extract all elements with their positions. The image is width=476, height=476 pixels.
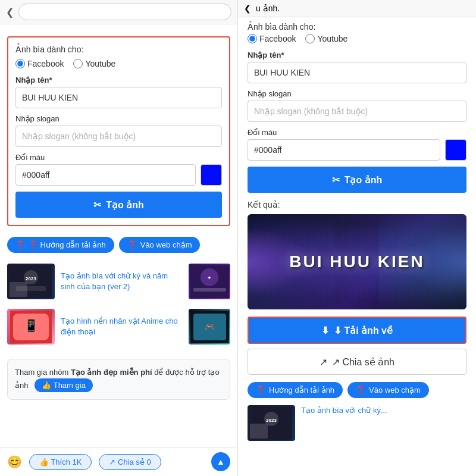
name-label-right: Nhập tên* — [248, 51, 466, 60]
radio-group-left: Facebook Youtube — [15, 59, 222, 68]
radio-facebook-label-right: Facebook — [259, 34, 296, 43]
color-swatch-left[interactable] — [201, 164, 222, 186]
bottom-bar-left: 😊 👍 Thích 1K ↗ Chia sẻ 0 ▲ — [0, 447, 237, 476]
create-button-left[interactable]: ✂ Tạo ảnh — [15, 192, 222, 218]
radio-facebook-left[interactable]: Facebook — [15, 59, 64, 68]
guide-label-right: Hướng dẫn tải ảnh — [269, 386, 334, 394]
create-label-left: Tạo ảnh — [106, 199, 144, 211]
slogan-input-left[interactable] — [15, 126, 222, 147]
create-label-right: Tạo ảnh — [345, 174, 383, 186]
download-label: ⬇ Tải ảnh về — [334, 325, 393, 336]
slow-web-label-left: Vào web chậm — [140, 240, 192, 249]
name-input-right[interactable] — [248, 62, 466, 83]
slow-web-button-right[interactable]: ❓ Vào web chậm — [347, 382, 429, 398]
article-thumb-1: 2023 — [7, 264, 55, 299]
left-topbar: ❮ — [0, 0, 237, 24]
guide-button-left[interactable]: ❓ ❓ Hướng dẫn tải ảnh — [7, 237, 114, 253]
guide-label-left: ❓ Hướng dẫn tải ảnh — [29, 240, 106, 249]
right-panel: ❮ u ảnh. Ảnh bìa dành cho: Facebook Yout… — [238, 0, 476, 476]
svg-text:🎮: 🎮 — [204, 322, 215, 332]
radio-youtube-left[interactable]: Youtube — [73, 59, 115, 68]
article-list-left: 2023 Tạo ảnh bìa với chữ ký và năm sinh … — [0, 259, 237, 359]
svg-rect-2 — [16, 286, 46, 291]
scroll-up-button[interactable]: ▲ — [211, 452, 230, 471]
back-chevron-right[interactable]: ❮ — [244, 4, 251, 13]
right-topbar: ❮ u ảnh. — [238, 0, 476, 17]
scissors-icon-left: ✂ — [93, 199, 101, 211]
join-button[interactable]: 👍 Tham gia — [35, 378, 93, 392]
back-chevron-left[interactable]: ❮ — [6, 7, 14, 18]
download-icon: ⬇ — [321, 325, 329, 336]
slogan-label-right: Nhập slogan — [248, 89, 466, 98]
form-container-left: Ảnh bìa dành cho: Facebook Youtube Nhập … — [7, 36, 230, 226]
slow-web-label-right: Vào web chậm — [369, 386, 421, 394]
left-panel: ❮ Ảnh bìa dành cho: Facebook Youtube Nhậ… — [0, 0, 238, 476]
name-label-left: Nhập tên* — [15, 76, 222, 84]
article-text-2: Tạo hình nền nhân vật Anime cho điện tho… — [61, 316, 183, 337]
svg-rect-7 — [193, 288, 226, 292]
svg-text:2023: 2023 — [266, 418, 277, 423]
community-section: Tham gia nhóm Tạo ảnh đẹp miễn phí để đư… — [7, 359, 230, 400]
svg-text:📱: 📱 — [24, 318, 39, 333]
emoji-icon-left: 😊 — [7, 455, 22, 469]
right-action-row: ❓ Hướng dẫn tải ảnh ❓ Vào web chậm — [248, 382, 466, 398]
color-input-left[interactable] — [15, 164, 196, 186]
community-highlight: Tạo ảnh đẹp miễn phí — [71, 368, 152, 377]
radio-youtube-label-right: Youtube — [317, 34, 347, 43]
svg-text:✦: ✦ — [207, 275, 212, 281]
radio-facebook-right[interactable]: Facebook — [248, 34, 296, 43]
like-button[interactable]: 👍 Thích 1K — [29, 454, 92, 470]
right-form: Facebook Youtube Nhập tên* Nhập slogan Đ… — [248, 34, 466, 193]
community-text-pre: Tham gia nhóm — [15, 368, 71, 377]
color-row-left — [15, 164, 222, 186]
form-label-left: Ảnh bìa dành cho: — [15, 45, 222, 54]
color-label-right: Đổi màu — [248, 128, 466, 137]
right-panel-content: Ảnh bìa dành cho: Facebook Youtube Nhập … — [238, 17, 476, 476]
share-label: ↗ Chia sẻ ảnh — [332, 356, 394, 368]
question-icon-left1: ❓ — [15, 240, 25, 249]
radio-youtube-label-left: Youtube — [85, 59, 115, 68]
svg-text:2023: 2023 — [26, 276, 36, 281]
color-row-right — [248, 139, 466, 161]
question-icon-right2: ❓ — [356, 386, 365, 394]
right-article-title[interactable]: Tạo ảnh bìa với chữ ký... — [301, 405, 466, 416]
scissors-icon-right: ✂ — [332, 174, 340, 186]
share-button-sm[interactable]: ↗ Chia sẻ 0 — [99, 454, 161, 470]
result-name-display: BUI HUU KIEN — [289, 252, 424, 271]
slow-web-button-left[interactable]: ❓ Vào web chậm — [119, 237, 201, 253]
article-item-1: 2023 Tạo ảnh bìa với chữ ký và năm sinh … — [7, 264, 230, 299]
section-scroll-hint: Ảnh bìa dành cho: — [248, 17, 466, 34]
question-icon-right1: ❓ — [256, 386, 265, 394]
address-bar-left[interactable] — [18, 4, 231, 20]
right-articles: 2023 Tạo ảnh bìa với chữ ký... — [248, 405, 466, 441]
radio-youtube-right[interactable]: Youtube — [305, 34, 347, 43]
right-article-thumb: 2023 — [248, 405, 295, 441]
right-article-text: Tạo ảnh bìa với chữ ký... — [301, 405, 466, 416]
article-thumb-2: 📱 — [7, 309, 55, 345]
result-section: Kết quả: BUI HUU KIEN ⬇ ⬇ Tải ảnh về ↗ ↗… — [248, 200, 466, 441]
radio-group-right: Facebook Youtube — [248, 34, 466, 43]
color-label-left: Đổi màu — [15, 153, 222, 162]
radio-facebook-label-left: Facebook — [27, 59, 64, 68]
question-icon-left2: ❓ — [127, 240, 137, 249]
create-button-right[interactable]: ✂ Tạo ảnh — [248, 167, 466, 193]
action-row-left: ❓ ❓ Hướng dẫn tải ảnh ❓ Vào web chậm — [0, 231, 237, 259]
result-image: BUI HUU KIEN — [248, 214, 466, 309]
article-text-1: Tạo ảnh bìa với chữ ký và năm sinh của b… — [61, 271, 183, 292]
address-text-right: u ảnh. — [256, 4, 280, 13]
article-thumb-right-1: ✦ — [189, 264, 230, 299]
share-icon: ↗ — [320, 356, 327, 368]
guide-button-right[interactable]: ❓ Hướng dẫn tải ảnh — [248, 382, 343, 398]
scroll-hint-left — [0, 24, 237, 32]
slogan-label-left: Nhập slogan — [15, 114, 222, 123]
download-button[interactable]: ⬇ ⬇ Tải ảnh về — [248, 317, 466, 344]
article-title-1[interactable]: Tạo ảnh bìa với chữ ký và năm sinh của b… — [61, 271, 183, 292]
result-label: Kết quả: — [248, 200, 466, 209]
color-input-right[interactable] — [248, 139, 440, 161]
name-input-left[interactable] — [15, 87, 222, 108]
color-swatch-right[interactable] — [445, 139, 466, 161]
share-button[interactable]: ↗ ↗ Chia sẻ ảnh — [248, 349, 466, 375]
article-title-2[interactable]: Tạo hình nền nhân vật Anime cho điện tho… — [61, 316, 183, 337]
article-item-2: 📱 Tạo hình nền nhân vật Anime cho điện t… — [7, 309, 230, 345]
slogan-input-right[interactable] — [248, 101, 466, 122]
